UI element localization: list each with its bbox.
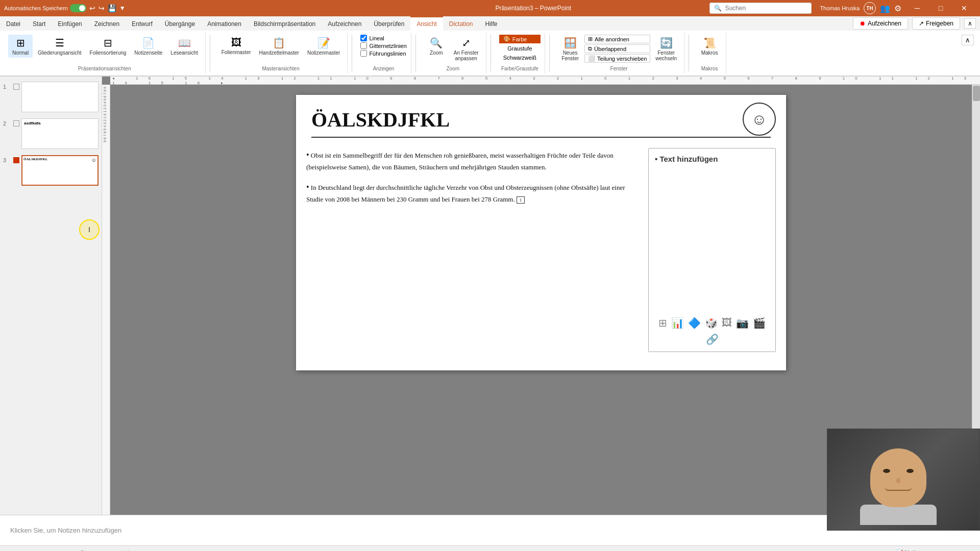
right-placeholder-box[interactable]: • Text hinzufügen ⊞ 📊 🔷 🎲 🖼 📷 🎬 🔗 xyxy=(648,148,776,352)
slide-thumb-1[interactable]: 1 xyxy=(2,81,100,113)
table-icon[interactable]: ⊞ xyxy=(658,317,667,329)
slide-title[interactable]: ÖALSKDJFKL xyxy=(296,95,786,137)
folienmaster-icon: 🖼 xyxy=(231,37,241,48)
wechseln-icon: 🔄 xyxy=(660,37,673,49)
btn-graustufe[interactable]: Graustufe xyxy=(499,44,541,53)
tab-animationen[interactable]: Animationen xyxy=(201,16,248,31)
settings-icon[interactable]: ⚙ xyxy=(894,4,901,13)
btn-folienmaster[interactable]: 🖼 Folienmaster xyxy=(218,35,254,57)
group-zoom: 🔍 Zoom ⤢ An Fensteranpassen Zoom xyxy=(420,33,486,73)
3d-icon[interactable]: 🎲 xyxy=(705,317,718,329)
slide-thumb-3[interactable]: 3 ÖALSKDJFKL ☺ xyxy=(2,154,100,187)
title-bar: Automatisches Speichern ↩ ↪ 💾 ▼ Präsenta… xyxy=(0,0,980,16)
search-input[interactable] xyxy=(725,5,801,12)
divider-6 xyxy=(689,35,689,71)
farbe-icon: 🎨 xyxy=(503,36,510,42)
more-qs-icon[interactable]: ▼ xyxy=(119,5,126,12)
slidesorter-btn[interactable]: ⊟ xyxy=(942,549,948,552)
tab-zeichnen[interactable]: Zeichnen xyxy=(88,16,126,31)
checkbox-lineal[interactable]: Lineal xyxy=(360,35,406,41)
user-initials: TH xyxy=(866,6,873,11)
slide-num-3: 3 xyxy=(3,157,11,163)
tab-bildschirmpr[interactable]: Bildschirmpräsentation xyxy=(248,16,322,31)
share-button[interactable]: ↗ Freigeben xyxy=(912,17,960,30)
slide-preview-2[interactable]: asdfkafa xyxy=(21,118,99,149)
anzeigen-checkboxes: Lineal Gitternetzlinien Führungslinien xyxy=(360,35,406,57)
handzettel-icon: 📋 xyxy=(273,37,285,49)
btn-normal[interactable]: ⊞ Normal xyxy=(8,35,33,58)
smiley-icon: ☺ xyxy=(751,111,767,128)
photo-icon[interactable]: 📷 xyxy=(736,317,749,329)
picture-icon[interactable]: 🖼 xyxy=(722,317,732,329)
btn-handzettelmaster[interactable]: 📋 Handzettelmaster xyxy=(256,35,302,58)
minimize-button[interactable]: ─ xyxy=(905,0,929,16)
cursor-symbol: I xyxy=(88,226,90,234)
tab-start[interactable]: Start xyxy=(27,16,52,31)
share-icon[interactable]: 👥 xyxy=(880,4,890,13)
close-button[interactable]: ✕ xyxy=(952,0,976,16)
tab-entwurf[interactable]: Entwurf xyxy=(126,16,159,31)
btn-alle-anordnen[interactable]: ⊞ Alle anordnen xyxy=(584,35,650,43)
tab-aufzeichnen[interactable]: Aufzeichnen xyxy=(322,16,368,31)
btn-neues-fenster[interactable]: 🪟 NeuesFenster xyxy=(558,35,582,63)
btn-teilung[interactable]: ⬜ Teilung verschieben xyxy=(584,54,650,63)
group-fenster: 🪟 NeuesFenster ⊞ Alle anordnen ⧉ Überlap… xyxy=(554,33,684,73)
checkbox-gitternetz[interactable]: Gitternetzlinien xyxy=(360,42,406,49)
btn-ueberlappend[interactable]: ⧉ Überlappend xyxy=(584,44,650,53)
smartart-icon[interactable]: 🔷 xyxy=(688,317,701,329)
tab-übergänge[interactable]: Übergänge xyxy=(159,16,201,31)
btn-fenster-wechseln[interactable]: 🔄 Fensterwechseln xyxy=(652,35,680,63)
tab-dictation[interactable]: Dictation xyxy=(443,16,479,31)
save-icon[interactable]: 💾 xyxy=(108,4,116,12)
group-prasentationsansichten: ⊞ Normal ☰ Gliederungsansicht ⊟ Folienso… xyxy=(4,33,206,73)
btn-makros[interactable]: 📜 Makros xyxy=(697,35,722,58)
anfenster-icon: ⤢ xyxy=(462,37,471,49)
tab-hilfe[interactable]: Hilfe xyxy=(479,16,503,31)
record-button[interactable]: ⏺ Aufzeichnen xyxy=(853,17,908,30)
slide-preview-3[interactable]: ÖALSKDJFKL ☺ xyxy=(21,155,99,186)
tab-datei[interactable]: Datei xyxy=(0,16,27,31)
link-icon[interactable]: 🔗 xyxy=(706,333,719,345)
tab-einfuegen[interactable]: Einfügen xyxy=(52,16,88,31)
footnote-marker: 1 xyxy=(517,196,525,204)
btn-notizenseite[interactable]: 📄 Notizenseite xyxy=(131,35,165,58)
collapse-ribbon-button[interactable]: ∧ xyxy=(962,35,974,45)
btn-foliensortierung[interactable]: ⊟ Foliensortierung xyxy=(87,35,130,58)
chart-icon[interactable]: 📊 xyxy=(671,317,684,329)
bullet-1: • Obst ist ein Sammelbegriff der für den… xyxy=(306,148,638,173)
autosave-toggle[interactable] xyxy=(70,4,86,12)
btn-zoom[interactable]: 🔍 Zoom xyxy=(424,35,449,58)
file-name: Präsentation3 xyxy=(495,5,533,12)
btn-schwarzweiss[interactable]: Schwarzweiß xyxy=(499,54,541,62)
group-makros: 📜 Makros Makros xyxy=(693,33,726,73)
undo-icon[interactable]: ↩ xyxy=(89,4,95,12)
tab-überprüfen[interactable]: Überprüfen xyxy=(368,16,410,31)
ribbon-collapse-button[interactable]: ∧ xyxy=(964,18,976,29)
video-icon[interactable]: 🎬 xyxy=(753,317,766,329)
btn-notizenmaster[interactable]: 📝 Notizenmaster xyxy=(304,35,343,58)
btn-farbe[interactable]: 🎨 Farbe xyxy=(499,35,541,43)
checkbox-fuehrungslinien[interactable]: Führungslinien xyxy=(360,50,406,57)
slide-preview-1[interactable] xyxy=(21,82,99,112)
user-badge: TH xyxy=(864,2,876,14)
scrollbar-thumb[interactable] xyxy=(973,86,980,101)
title-underline xyxy=(311,137,771,138)
slide-canvas[interactable]: ☺ ÖALSKDJFKL • Obst ist ein Sammelbegrif… xyxy=(296,95,786,370)
btn-gliederungsansicht[interactable]: ☰ Gliederungsansicht xyxy=(35,35,85,58)
maximize-button[interactable]: □ xyxy=(929,0,952,16)
tab-ansicht[interactable]: Ansicht xyxy=(410,16,443,31)
btn-anfenster[interactable]: ⤢ An Fensteranpassen xyxy=(451,35,482,63)
slide-thumb-2[interactable]: 2 asdfkafa xyxy=(2,117,100,150)
status-bar: Folie 3 von 3 | Deutsch (Österreich) | ⚠… xyxy=(0,545,980,551)
ruler-horizontal: ◂ 16 15 14 13 12 11 10 9 8 7 6 5 4 3 2 1… xyxy=(110,77,980,85)
ribbon-content: ⊞ Normal ☰ Gliederungsansicht ⊟ Folienso… xyxy=(0,31,980,76)
title-bar-left: Automatisches Speichern ↩ ↪ 💾 ▼ xyxy=(4,4,357,12)
btn-leseansicht[interactable]: 📖 Leseansicht xyxy=(167,35,201,58)
fenster-items: 🪟 NeuesFenster ⊞ Alle anordnen ⧉ Überlap… xyxy=(558,35,680,64)
main-text-area[interactable]: • Obst ist ein Sammelbegriff der für den… xyxy=(296,143,648,357)
normal-view-btn[interactable]: ⊞ xyxy=(930,549,936,552)
redo-icon[interactable]: ↪ xyxy=(99,4,105,12)
masteransichten-label: Masteransichten xyxy=(262,66,299,71)
fenster-label: Fenster xyxy=(610,66,628,71)
farbe-label: Farbe/Graustufe xyxy=(501,66,538,71)
